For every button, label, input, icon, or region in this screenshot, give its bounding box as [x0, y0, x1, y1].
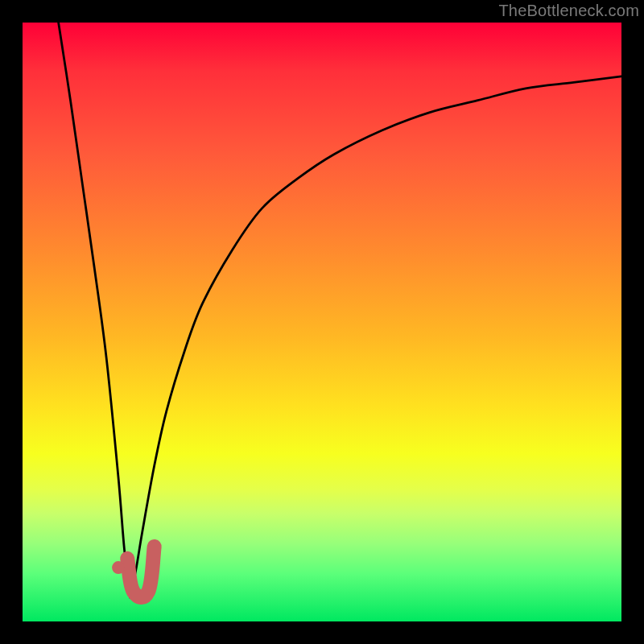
chart-svg [23, 23, 621, 621]
curve-left-branch [59, 23, 130, 597]
curve-right-branch [130, 76, 621, 597]
marker-j-stroke [127, 547, 154, 597]
marker-dot [112, 561, 125, 574]
outer-frame: TheBottleneck.com [0, 0, 644, 644]
watermark-text: TheBottleneck.com [498, 2, 639, 20]
plot-area [23, 23, 621, 621]
